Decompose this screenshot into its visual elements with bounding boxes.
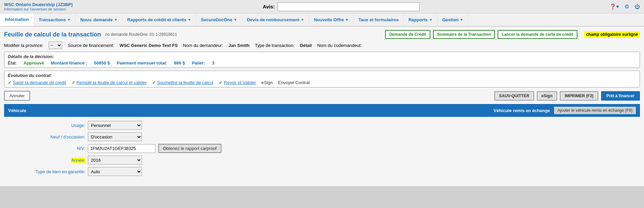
tier-label: Palier: xyxy=(192,60,205,66)
print-button[interactable]: IMPRIMER (F2) xyxy=(560,91,598,101)
step-4: ✓ Revoir et Valider xyxy=(219,80,256,85)
nav-item-securedocone[interactable]: SecureDocOne ▼ xyxy=(196,14,242,26)
launch-credit-card-button[interactable]: Lancer la demande de carte de crédit xyxy=(498,30,577,39)
state-label: État: xyxy=(8,60,17,66)
step-5-label: eSign xyxy=(261,80,272,85)
nav-item-rapports-credit[interactable]: Rapports de crédit et clients ▼ xyxy=(122,14,196,26)
rapports-dropdown-arrow: ▼ xyxy=(429,18,432,22)
step-3-label: Soumettre la feuille de calcul xyxy=(157,80,213,85)
help-icon[interactable]: ❓▾ xyxy=(610,3,619,10)
usage-row: Usage: Personnel Commercial xyxy=(11,121,633,130)
transactions-dropdown-arrow: ▼ xyxy=(67,18,71,22)
required-notice: champ obligatoire surligné xyxy=(584,31,640,37)
co-applicant-label: Nom du codemandeut: xyxy=(317,43,362,48)
add-exchange-button[interactable]: Ajouter le véhicule remis en échange (F9… xyxy=(554,107,636,114)
step-4-label: Revoir et Valider xyxy=(224,80,256,85)
devis-dropdown-arrow: ▼ xyxy=(301,18,304,22)
credit-request-button[interactable]: Demande de Crédit xyxy=(385,30,430,39)
province-label: Modifier la province: xyxy=(4,43,43,48)
cancel-button[interactable]: Annuler xyxy=(4,91,30,101)
monthly-label: Paiement mensuel total: xyxy=(117,60,167,66)
carproof-button[interactable]: Obtenez le rapport carproof xyxy=(158,144,221,153)
meta-row: Modifier la province: -- ON QC Source de… xyxy=(4,42,640,49)
year-select[interactable]: 2014 2015 2016 2017 2018 xyxy=(88,156,142,164)
nav-item-nouv-demande[interactable]: Nouv. demande ▼ xyxy=(76,14,123,26)
vehicle-section: Véhicule Véhicule remis en échange Ajout… xyxy=(4,104,640,183)
nav-item-nouvelle-offre[interactable]: Nouvelle Offre ▼ xyxy=(309,14,354,26)
new-used-row: Neuf / d'occasion: Neuf D'occasion xyxy=(11,132,633,141)
decision-box: Détails de la décision: État: Approuvé M… xyxy=(4,52,640,68)
nav-item-taux-formulaires[interactable]: Taux et formulaires xyxy=(354,14,404,26)
step-2-label: Remplir la feuille de calcul et valider xyxy=(77,80,147,85)
header-icons: ❓▾ ⚙ ⏻ xyxy=(610,3,640,10)
avis-label: Avis: xyxy=(263,4,275,9)
exchange-label: Véhicule remis en échange xyxy=(494,108,550,113)
vehicle-form: Usage: Personnel Commercial Neuf / d'occ… xyxy=(4,117,640,183)
applicant-value: Jan Smith xyxy=(229,43,249,48)
guarantee-select[interactable]: Auto Moto Camion xyxy=(88,167,142,176)
transaction-type-value: Détail xyxy=(300,43,312,48)
nouv-demande-dropdown-arrow: ▼ xyxy=(114,18,117,22)
power-icon[interactable]: ⏻ xyxy=(635,4,640,10)
title-buttons: Demande de Crédit Sommaire de la Transac… xyxy=(385,30,577,39)
step-6-label: Envoyer Contrat xyxy=(278,80,310,85)
securedocone-dropdown-arrow: ▼ xyxy=(234,18,237,22)
step-3-check: ✓ xyxy=(152,80,156,85)
niv-label: NIV: xyxy=(11,146,85,151)
source-value: WSC Generic Demo Test FS xyxy=(120,43,178,48)
save-quit-button[interactable]: SAUV-QUITTER xyxy=(494,91,534,101)
nav-item-gestion[interactable]: Gestion ▼ xyxy=(437,14,468,26)
step-1: ✓ Saisir la demande de crédit xyxy=(8,80,66,85)
nav-item-devis[interactable]: Devis de remboursement ▼ xyxy=(242,14,309,26)
ready-to-finance-button[interactable]: Prêt à financer xyxy=(601,91,640,101)
monthly-value: 986 $ xyxy=(174,60,185,66)
step-3: ✓ Soumettre la feuille de calcul xyxy=(152,80,213,85)
transaction-summary-button[interactable]: Sommaire de la Transaction xyxy=(433,30,495,39)
year-label: Année: xyxy=(11,158,85,163)
step-1-label: Saisir la demande de crédit xyxy=(13,80,66,85)
decision-info: État: Approuvé Montant financé : 50850 $… xyxy=(8,60,636,66)
action-row: Annuler SAUV-QUITTER eSign IMPRIMER (F2)… xyxy=(4,91,640,101)
guarantee-row: Type de bien en garantie: Auto Moto Cami… xyxy=(11,167,633,176)
step-2: ✓ Remplir la feuille de calcul et valide… xyxy=(72,80,147,85)
usage-select[interactable]: Personnel Commercial xyxy=(88,121,142,130)
gestion-dropdown-arrow: ▼ xyxy=(460,18,463,22)
decision-title: Détails de la décision: xyxy=(8,54,636,59)
avis-section: Avis: xyxy=(79,2,603,11)
tier-value: 3 xyxy=(212,60,214,66)
new-used-select[interactable]: Neuf D'occasion xyxy=(88,132,142,141)
page-title-row: Feuille de calcul de la transaction no d… xyxy=(4,30,640,39)
gear-icon[interactable]: ⚙ xyxy=(624,3,629,10)
step-2-check: ✓ xyxy=(72,80,75,85)
state-value: Approuvé xyxy=(24,60,44,66)
top-header: WSC Ontario Dealership (JZ3BP) Informati… xyxy=(0,0,644,14)
step-4-check: ✓ xyxy=(219,80,222,85)
action-right-buttons: SAUV-QUITTER eSign IMPRIMER (F2) Prêt à … xyxy=(494,91,640,101)
nouvelle-offre-dropdown-arrow: ▼ xyxy=(345,18,349,22)
vehicle-title: Véhicule xyxy=(8,108,26,113)
rapports-credit-dropdown-arrow: ▼ xyxy=(188,18,191,22)
nav-item-transactions[interactable]: Transactions ▼ xyxy=(34,14,76,26)
nav-item-information[interactable]: Information xyxy=(0,14,34,26)
financed-value: 50850 $ xyxy=(94,60,110,66)
step-6: Envoyer Contrat xyxy=(278,80,310,85)
brand-section: WSC Ontario Dealership (JZ3BP) Informati… xyxy=(4,2,73,11)
year-row: Année: 2014 2015 2016 2017 2018 xyxy=(11,156,633,164)
usage-label: Usage: xyxy=(11,123,85,128)
step-1-check: ✓ xyxy=(8,80,11,85)
nav-bar: Information Transactions ▼ Nouv. demande… xyxy=(0,14,644,27)
evolution-steps: ✓ Saisir la demande de crédit ✓ Remplir … xyxy=(8,80,636,85)
source-label: Source de financement: xyxy=(68,43,114,48)
route-one-ref: no demande RouteOne: 01-1-28918611 xyxy=(105,32,177,37)
step-5: eSign xyxy=(261,80,272,85)
guarantee-label: Type de bien en garantie: xyxy=(11,169,85,174)
transaction-type-label: Type de transaction: xyxy=(255,43,294,48)
esign-button[interactable]: eSign xyxy=(537,91,557,101)
niv-input[interactable] xyxy=(88,144,156,153)
province-select[interactable]: -- ON QC xyxy=(49,42,62,49)
applicant-label: Nom du demandeur: xyxy=(183,43,223,48)
company-name: WSC Ontario Dealership (JZ3BP) xyxy=(4,2,73,7)
avis-input[interactable] xyxy=(278,2,420,11)
main-content: Feuille de calcul de la transaction no d… xyxy=(0,27,644,186)
nav-item-rapports[interactable]: Rapports ▼ xyxy=(404,14,437,26)
